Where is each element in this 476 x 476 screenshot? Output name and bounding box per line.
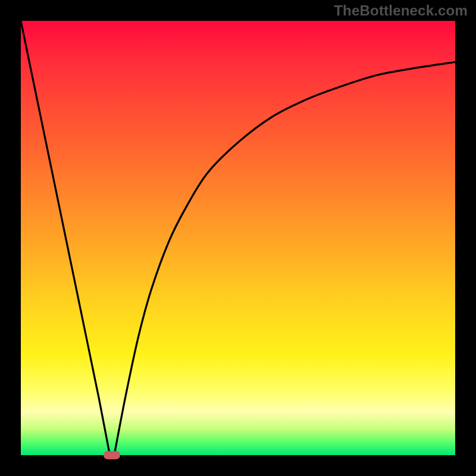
chart-frame: TheBottleneck.com <box>0 0 476 476</box>
curve-path <box>21 21 455 455</box>
minimum-marker <box>104 451 120 459</box>
plot-area <box>21 21 455 455</box>
watermark-text: TheBottleneck.com <box>334 2 468 19</box>
bottleneck-curve <box>21 21 455 455</box>
